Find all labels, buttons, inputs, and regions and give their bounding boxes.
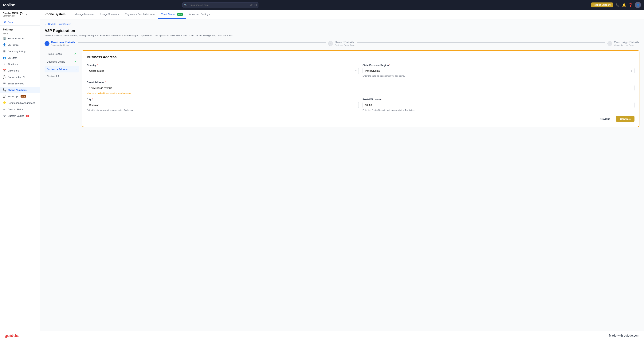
continue-button[interactable]: Continue — [616, 116, 634, 122]
custom-fields-icon: ✏ — [3, 108, 6, 111]
sidebar-label-custom-values: Custom Values — [8, 114, 24, 117]
state-select-wrapper: Pennsylvania — [362, 68, 634, 74]
go-back-link[interactable]: ‹ Go Back — [0, 19, 40, 26]
a2p-title: A2P Registration — [44, 28, 640, 33]
go-back-label: Go Back — [4, 21, 13, 23]
postal-required: * — [382, 98, 382, 101]
sidebar-label-phone-numbers: Phone Numbers — [8, 89, 27, 91]
tab-regulatory[interactable]: Regulatory Bundle/Address — [122, 10, 158, 19]
sidebar-item-reputation[interactable]: ⭐ Reputation Management — [0, 100, 40, 106]
apps-category: Apps — [0, 32, 40, 35]
city-hint: Enter the city name as it appears in the… — [87, 109, 359, 111]
phone-system-title: Phone System — [44, 10, 69, 19]
phone-icon-button[interactable]: 📞 — [616, 3, 620, 7]
step-2-subtitle: Business Brand Type — [335, 44, 354, 46]
sidebar-label-my-staff: My Staff — [8, 56, 16, 59]
city-postal-row: City * Enter the city name as it appears… — [87, 98, 634, 111]
sidebar-item-custom-values[interactable]: ⚙ Custom Values 7 — [0, 113, 40, 119]
sidebar-item-my-staff[interactable]: 👥 My Staff — [0, 54, 40, 61]
previous-button[interactable]: Previous — [596, 116, 614, 122]
a2p-body: Profile Needs ✓ Business Details ✓ Busin… — [44, 50, 640, 127]
step-1: 1 Business Details Name and Address — [44, 41, 75, 46]
sidebar-item-my-profile[interactable]: 👤 My Profile — [0, 42, 40, 48]
sidebar-item-conversation-ai[interactable]: 💬 Conversation AI — [0, 74, 40, 80]
step-2-title: Brand Details — [335, 41, 354, 44]
step-1-subtitle: Name and Address — [51, 44, 75, 46]
sidebar-item-pipelines[interactable]: ≡ Pipelines — [0, 61, 40, 67]
state-select[interactable]: Pennsylvania — [362, 68, 634, 74]
postal-label: Postal/Zip code * — [362, 98, 634, 101]
sidebar-item-business-profile[interactable]: 🏢 Business Profile — [0, 35, 40, 42]
sidebar-label-my-profile: My Profile — [8, 43, 19, 46]
help-icon-button[interactable]: ❓ — [628, 3, 632, 7]
custom-values-icon: ⚙ — [3, 114, 6, 117]
pipelines-icon: ≡ — [3, 62, 6, 66]
search-shortcut: Ctrl + K — [250, 4, 257, 6]
whatsapp-icon: 💬 — [3, 95, 6, 98]
company-billing-icon: ⊞ — [3, 50, 6, 53]
city-field: City * Enter the city name as it appears… — [87, 98, 359, 111]
my-profile-icon: 👤 — [3, 43, 6, 46]
sidebar-item-whatsapp[interactable]: 💬 WhatsApp beta — [0, 93, 40, 100]
sidenav-profile-needs[interactable]: Profile Needs ✓ — [44, 50, 79, 58]
sidebar-item-custom-fields[interactable]: ✏ Custom Fields — [0, 106, 40, 113]
tab-manage-numbers[interactable]: Manage Numbers — [72, 10, 97, 19]
custom-values-badge: 7 — [26, 115, 29, 117]
postal-input[interactable] — [362, 102, 634, 108]
state-field: State/Province/Region * Pennsylvania Ent… — [362, 64, 634, 77]
step-3: 3 Campaign Details Messaging Use Case — [608, 41, 640, 46]
workspace-sub: Scranton, PA — [3, 15, 25, 17]
search-input[interactable] — [182, 2, 258, 8]
country-label: Country * — [87, 64, 359, 66]
sidebar-item-calendars[interactable]: 📅 Calendars — [0, 67, 40, 74]
business-profile-icon: 🏢 — [3, 37, 6, 40]
street-label: Street Address * — [87, 81, 634, 84]
topbar-actions: topline Support 📞 🔔 ❓ 👤 — [591, 2, 641, 8]
step-3-subtitle: Messaging Use Case — [614, 44, 640, 46]
stepper: 1 Business Details Name and Address 2 Br… — [44, 41, 640, 46]
step-1-title: Business Details — [51, 41, 75, 44]
state-hint: Enter the state as it appears in the Tax… — [362, 75, 634, 77]
step-2: 2 Brand Details Business Brand Type — [328, 41, 354, 46]
reputation-icon: ⭐ — [3, 101, 6, 105]
a2p-sidenav: Profile Needs ✓ Business Details ✓ Busin… — [44, 50, 79, 80]
sidebar-item-phone-numbers[interactable]: 📞 Phone Numbers — [0, 87, 40, 93]
sidenav-contact-info[interactable]: Contact Info — [44, 73, 79, 79]
profile-needs-check-icon: ✓ — [74, 52, 76, 56]
arrow-left-icon: ← — [44, 23, 47, 25]
business-details-check-icon: ✓ — [74, 60, 76, 63]
back-to-trust-center[interactable]: ← Back to Trust Center — [44, 23, 640, 25]
main-layout: Dunder Mifflin [D... Scranton, PA ▾ ‹ Go… — [0, 10, 644, 331]
back-link-label: Back to Trust Center — [48, 23, 71, 25]
guidde-logo: guidde. — [4, 333, 20, 338]
page-content: ← Back to Trust Center A2P Registration … — [40, 19, 644, 331]
country-field: Country * United States — [87, 64, 359, 77]
arrow-left-icon: ‹ — [3, 21, 4, 23]
sidebar-label-custom-fields: Custom Fields — [8, 108, 24, 111]
sidebar-label-calendars: Calendars — [8, 69, 19, 72]
country-select[interactable]: United States — [87, 68, 359, 74]
tab-trust-center[interactable]: Trust Center New — [158, 10, 186, 19]
sidebar-label-reputation: Reputation Management — [8, 101, 35, 104]
step-3-circle: 3 — [608, 41, 612, 46]
conversation-ai-icon: 💬 — [3, 75, 6, 79]
postal-field: Postal/Zip code * Enter the Postal/Zip c… — [362, 98, 634, 111]
city-input[interactable] — [87, 102, 359, 108]
workspace-selector[interactable]: Dunder Mifflin [D... Scranton, PA ▾ — [0, 10, 40, 19]
sidenav-business-details[interactable]: Business Details ✓ — [44, 58, 79, 65]
tab-usage-summary[interactable]: Usage Summary — [98, 10, 122, 19]
bell-icon-button[interactable]: 🔔 — [622, 3, 626, 7]
whatsapp-beta-badge: beta — [20, 95, 26, 97]
sidenav-business-address[interactable]: Business Address › — [44, 66, 79, 72]
avatar[interactable]: 👤 — [635, 2, 641, 8]
workspace-name: Dunder Mifflin [D... — [3, 12, 25, 15]
form-actions: Previous Continue — [87, 116, 634, 122]
topline-logo: topline — [3, 3, 15, 7]
sidebar-item-email-services[interactable]: ✉ Email Services — [0, 80, 40, 87]
sidebar-item-company-billing[interactable]: ⊞ Company Billing — [0, 48, 40, 54]
calendars-icon: 📅 — [3, 69, 6, 72]
search-bar: 🔍 Ctrl + K — [182, 2, 258, 8]
tab-advanced-settings[interactable]: Advanced Settings — [186, 10, 212, 19]
support-button[interactable]: topline Support — [591, 2, 613, 7]
street-input[interactable] — [87, 85, 634, 91]
